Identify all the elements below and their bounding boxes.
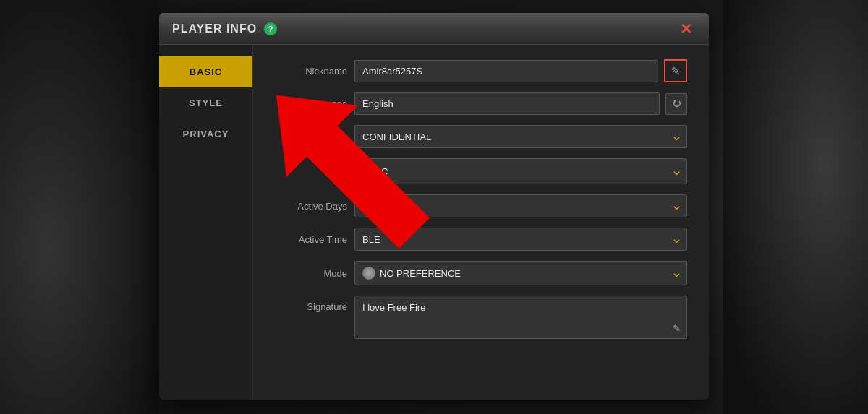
rank-icon — [362, 164, 377, 178]
gender-label: Gender — [275, 131, 347, 142]
dialog-header: PLAYER INFO ? ✕ — [159, 13, 709, 45]
active-time-value: BLE — [362, 234, 380, 245]
active-days-label: Active Days — [275, 201, 347, 212]
header-left: PLAYER INFO ? — [172, 22, 277, 35]
active-days-row: Active Days ⌵ — [275, 194, 687, 217]
rank-label: Rank — [275, 166, 347, 177]
mode-control: NO PREFERENCE ⌵ — [354, 261, 687, 285]
sidebar-item-basic[interactable]: BASIC — [159, 56, 252, 87]
gender-control: CONFIDENTIAL ⌵ — [354, 125, 687, 148]
rank-chevron-icon: ⌵ — [673, 165, 679, 177]
nickname-row: Nickname Amir8ar5257S ✎ — [275, 59, 687, 82]
signature-value: I love Free Fire — [362, 302, 425, 313]
mode-row: Mode NO PREFERENCE ⌵ — [275, 261, 687, 285]
close-button[interactable]: ✕ — [676, 19, 696, 39]
signature-label: Signature — [275, 296, 347, 312]
gender-row: Gender CONFIDENTIAL ⌵ — [275, 125, 687, 148]
player-info-dialog: PLAYER INFO ? ✕ BASIC STYLE PRIVACY Nick… — [159, 13, 709, 400]
dialog-title: PLAYER INFO — [172, 22, 257, 35]
mode-icon — [362, 267, 375, 280]
mode-label: Mode — [275, 268, 347, 279]
active-days-dropdown[interactable]: ⌵ — [354, 194, 687, 217]
rank-row: Rank C ⌵ — [275, 158, 687, 184]
active-time-dropdown[interactable]: BLE ⌵ — [354, 228, 687, 251]
refresh-icon: ↻ — [672, 97, 681, 111]
signature-row: Signature I love Free Fire ✎ — [275, 296, 687, 339]
rank-dropdown-inner: C — [362, 164, 388, 178]
signature-edit-icon[interactable]: ✎ — [673, 323, 681, 334]
language-label: Language — [275, 98, 347, 109]
nickname-edit-button[interactable]: ✎ — [664, 59, 687, 82]
rank-dropdown[interactable]: C ⌵ — [354, 158, 687, 184]
active-time-row: Active Time BLE ⌵ — [275, 228, 687, 251]
mode-dropdown[interactable]: NO PREFERENCE ⌵ — [354, 261, 687, 285]
gender-dropdown[interactable]: CONFIDENTIAL ⌵ — [354, 125, 687, 148]
sidebar: BASIC STYLE PRIVACY — [159, 45, 253, 400]
language-control: English ↻ — [354, 92, 687, 115]
active-time-control: BLE ⌵ — [354, 228, 687, 251]
nickname-input[interactable]: Amir8ar5257S — [354, 60, 658, 82]
mode-value: NO PREFERENCE — [380, 268, 461, 279]
rank-value: C — [381, 166, 388, 177]
signature-field[interactable]: I love Free Fire ✎ — [354, 296, 687, 339]
active-time-label: Active Time — [275, 234, 347, 245]
mode-dropdown-inner: NO PREFERENCE — [362, 267, 461, 280]
form-content: Nickname Amir8ar5257S ✎ Language English… — [253, 45, 709, 400]
edit-icon: ✎ — [671, 65, 680, 77]
help-icon[interactable]: ? — [264, 22, 277, 35]
sidebar-item-privacy[interactable]: PRIVACY — [159, 118, 252, 150]
active-days-chevron-icon: ⌵ — [673, 200, 679, 212]
gender-value: CONFIDENTIAL — [362, 131, 431, 142]
active-time-chevron-icon: ⌵ — [673, 233, 679, 245]
language-row: Language English ↻ — [275, 92, 687, 115]
sidebar-item-style[interactable]: STYLE — [159, 87, 252, 118]
language-refresh-button[interactable]: ↻ — [665, 93, 687, 115]
dialog-body: BASIC STYLE PRIVACY Nickname Amir8ar5257… — [159, 45, 709, 400]
nickname-label: Nickname — [275, 66, 347, 77]
mode-chevron-icon: ⌵ — [673, 267, 679, 279]
active-days-control: ⌵ — [354, 194, 687, 217]
nickname-control: Amir8ar5257S ✎ — [354, 59, 687, 82]
gender-chevron-icon: ⌵ — [673, 131, 679, 142]
language-input[interactable]: English — [354, 92, 660, 115]
signature-control: I love Free Fire ✎ — [354, 296, 687, 339]
rank-control: C ⌵ — [354, 158, 687, 184]
